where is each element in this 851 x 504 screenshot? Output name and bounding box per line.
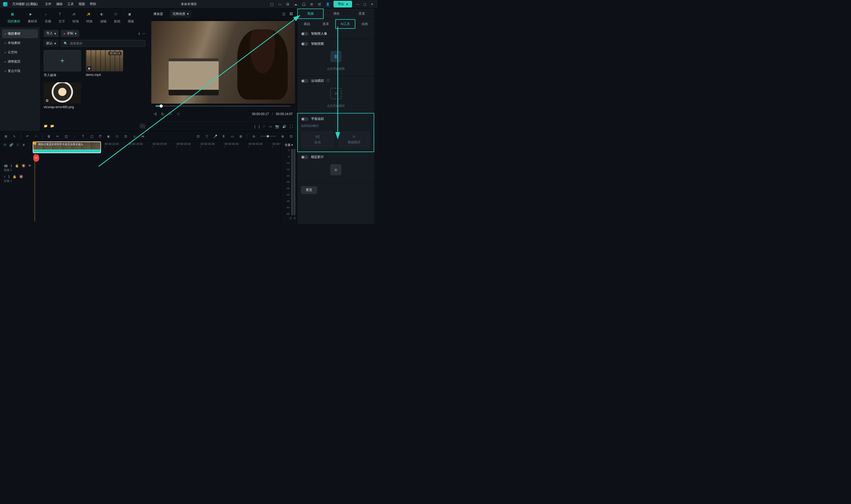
tl-color-icon[interactable]: ◐	[107, 134, 111, 139]
rp-tab-color[interactable]: 调色	[324, 8, 349, 19]
folder-out-icon[interactable]: 📁	[44, 124, 48, 128]
planar-mode-advanced[interactable]: ⊙高级模式	[338, 131, 371, 148]
rp-subtab-animation[interactable]: 动画	[355, 19, 374, 29]
planar-mode-auto[interactable]: [A]自动	[301, 131, 334, 148]
sidebar-item-project[interactable]: ▸项目素材	[2, 29, 38, 38]
rp-subtab-mask[interactable]: 遮罩	[316, 19, 335, 29]
volume-icon[interactable]: 🔊	[282, 125, 286, 128]
media-item-vlcsnap[interactable]: 🖼 vlcsnap-error480.png	[44, 82, 81, 109]
display-icon[interactable]: ▭	[277, 2, 282, 6]
quality-dropdown[interactable]: 完整画质▾	[170, 11, 191, 18]
stabilize-placeholder[interactable]: ▣	[330, 164, 342, 175]
tl-pointer-icon[interactable]: ↖	[12, 134, 17, 139]
preview-viewport[interactable]	[151, 21, 295, 104]
user-icon[interactable]: 👤	[325, 2, 330, 6]
timeline-cut-marker[interactable]: ✂	[33, 154, 39, 162]
motion-track-placeholder[interactable]: ⊡	[330, 88, 342, 99]
import-dropdown[interactable]: 导入▾	[44, 30, 59, 37]
toggle-motion-track[interactable]	[301, 79, 308, 83]
record-dropdown[interactable]: ●录制▾	[61, 30, 79, 37]
toggle-planar-track[interactable]	[301, 117, 308, 121]
apps-icon[interactable]: ⊞	[309, 2, 314, 6]
mute-icon[interactable]: 🔇	[22, 164, 25, 167]
next-frame-button[interactable]: |▷	[161, 112, 166, 116]
audio-track-header[interactable]: ♪1🔒🔇 音频 1	[0, 175, 31, 183]
menu-file[interactable]: 文件	[45, 2, 51, 6]
rp-tab-speed[interactable]: 变速	[349, 8, 374, 19]
tab-template[interactable]: ▣模板	[128, 12, 134, 24]
tl-keyframe-icon[interactable]: ◇	[132, 134, 137, 139]
collapse-sidebar-button[interactable]: ‹	[140, 124, 145, 128]
sort-dropdown[interactable]: 默认▾	[44, 40, 59, 47]
search-input[interactable]	[70, 41, 143, 45]
tl-group-icon[interactable]: ⊡	[196, 134, 200, 139]
tl-zoom-in-icon[interactable]: ⊕	[280, 134, 285, 139]
menu-view[interactable]: 视图	[78, 2, 85, 6]
tl-link-icon[interactable]: 🔗	[9, 143, 13, 147]
filter-icon[interactable]: ⫿	[139, 32, 140, 35]
reset-button[interactable]: 重置	[301, 186, 317, 194]
info-icon[interactable]: ⓘ	[327, 78, 330, 83]
headphone-icon[interactable]: 🎧	[302, 2, 306, 6]
matting-placeholder[interactable]: 👤	[330, 51, 342, 62]
sidebar-item-adjust[interactable]: ▸调整图层	[2, 57, 38, 66]
tl-fit-icon[interactable]: ⊡	[289, 134, 293, 139]
tl-mark-icon[interactable]: ▽	[204, 134, 209, 139]
tl-redo-icon[interactable]: ↷	[34, 134, 38, 139]
tl-undo-icon[interactable]: ↶	[25, 134, 30, 139]
toggle-smart-portrait[interactable]	[301, 32, 308, 36]
display-mode-icon[interactable]: ▭	[269, 125, 272, 128]
rp-tab-video[interactable]: 视频	[297, 8, 324, 19]
stop-button[interactable]: □	[177, 112, 182, 116]
snapshot-icon[interactable]: 📷	[275, 125, 279, 128]
tl-zoom-slider[interactable]	[260, 136, 276, 137]
more-icon[interactable]: ⋯	[142, 32, 145, 35]
tl-crop-icon[interactable]: ◫	[64, 134, 68, 139]
play-button[interactable]: ▷	[169, 112, 174, 116]
compare-icon[interactable]: ◫	[282, 12, 285, 16]
cart-icon[interactable]: 🛒	[318, 2, 322, 6]
tab-filter[interactable]: ◐滤镜	[100, 12, 107, 24]
close-icon[interactable]: ✕	[371, 2, 375, 6]
rp-subtab-ai-tools[interactable]: AI工具	[335, 19, 355, 29]
menu-help[interactable]: 帮助	[90, 2, 96, 6]
sidebar-item-local[interactable]: ▸本地素材	[2, 39, 38, 48]
tl-mic-icon[interactable]: 🎤	[213, 134, 217, 139]
tl-zoom-out-icon[interactable]: ⊖	[252, 134, 256, 139]
import-media-tile[interactable]: + 导入媒体	[44, 50, 81, 77]
tab-sticker[interactable]: ⬡贴纸	[114, 12, 121, 24]
record-status-icon[interactable]: ◯	[270, 2, 274, 6]
tl-more-tools-icon[interactable]: ≫	[141, 134, 145, 139]
preview-scrubber[interactable]	[156, 106, 291, 107]
lock-icon[interactable]: 🔒	[13, 175, 17, 179]
search-box[interactable]: 🔍	[61, 40, 145, 47]
tl-text-icon[interactable]: T	[81, 134, 85, 139]
tl-delete-icon[interactable]: 🗑	[47, 134, 51, 139]
tl-speed-icon[interactable]: ⏱	[98, 134, 102, 139]
toggle-smart-matting[interactable]	[301, 42, 308, 46]
folder-add-icon[interactable]: 📂	[50, 124, 54, 128]
tl-render-icon[interactable]: ▭	[230, 134, 234, 139]
tl-lock-icon[interactable]: ⊡	[17, 143, 19, 147]
tl-mixer-icon[interactable]: 🎚	[222, 134, 226, 139]
tl-magnets-icon[interactable]: ⊓	[4, 143, 6, 147]
tl-timer-icon[interactable]: ⏲	[115, 134, 119, 139]
toggle-stabilize[interactable]	[301, 155, 308, 159]
tab-my-media[interactable]: ▦我的素材	[7, 12, 20, 24]
sidebar-item-compound[interactable]: ▸复合片段	[2, 67, 38, 75]
bracket-close-icon[interactable]: }	[259, 125, 260, 128]
tl-focus-icon[interactable]: ⊡	[124, 134, 128, 139]
timeline-clip[interactable]: ▶ 网络结束后老师和学生相互说再见镜头	[33, 141, 101, 153]
tl-music-icon[interactable]: ♪	[72, 134, 77, 139]
tab-effect[interactable]: ✨特效	[86, 12, 93, 24]
media-item-demo[interactable]: 00:00:14 ▣ demo.mp4	[86, 50, 123, 77]
tl-snap-icon[interactable]: ⋔	[22, 143, 25, 147]
save-icon[interactable]: 🖫	[286, 2, 290, 6]
tl-pip-icon[interactable]: ⊞	[239, 134, 243, 139]
lock-icon[interactable]: 🔒	[15, 164, 19, 167]
prev-frame-button[interactable]: ◁|	[153, 112, 158, 116]
minimize-icon[interactable]: —	[356, 2, 360, 6]
timeline-playhead[interactable]	[35, 141, 35, 222]
marker-icon[interactable]: ⚐	[263, 125, 266, 128]
mute-icon[interactable]: 🔇	[19, 175, 23, 179]
